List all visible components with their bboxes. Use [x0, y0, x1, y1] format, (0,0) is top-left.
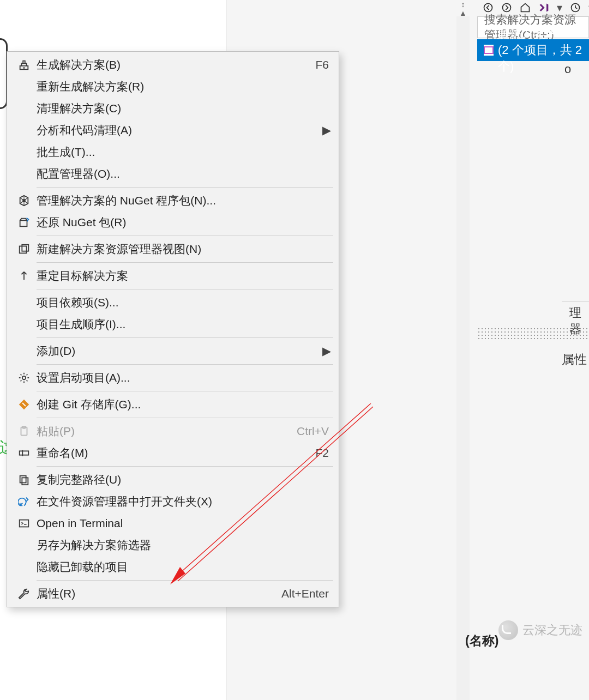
svg-point-12: [22, 376, 26, 379]
context-menu: 生成解决方案(B)F6重新生成解决方案(R)清理解决方案(C)分析和代码清理(A…: [7, 51, 339, 607]
nuget-icon: [11, 195, 37, 207]
submenu-arrow-icon: ▶: [322, 124, 329, 137]
menu-item-32[interactable]: 属性(R)Alt+Enter: [7, 583, 339, 605]
menu-item-29[interactable]: 另存为解决方案筛选器: [7, 534, 339, 556]
menu-item-label: 隐藏已卸载的项目: [37, 559, 329, 575]
menu-item-label: 添加(D): [37, 343, 322, 359]
menu-item-1[interactable]: 重新生成解决方案(R): [7, 76, 339, 98]
menu-item-5[interactable]: 配置管理器(O)...: [7, 163, 339, 185]
menu-item-label: 粘贴(P): [37, 424, 286, 439]
menu-item-4[interactable]: 批生成(T)...: [7, 141, 339, 163]
menu-item-label: 管理解决方案的 NuGet 程序包(N)...: [37, 193, 329, 208]
retarget-icon: [11, 270, 37, 282]
menu-item-label: 另存为解决方案筛选器: [37, 538, 329, 553]
svg-rect-9: [20, 220, 27, 226]
menu-item-3[interactable]: 分析和代码清理(A)▶: [7, 119, 339, 141]
menu-item-label: 还原 NuGet 包(R): [37, 215, 329, 230]
copy-icon: [11, 474, 37, 486]
menu-item-label: 重新生成解决方案(R): [37, 79, 329, 94]
svg-rect-11: [22, 245, 28, 251]
panel-divider[interactable]: [477, 327, 589, 340]
menu-separator: [37, 364, 333, 365]
build-icon: [11, 59, 37, 71]
vertical-scrollbar[interactable]: [456, 16, 470, 700]
wrench-icon: [11, 588, 37, 600]
menu-item-14[interactable]: 项目依赖项(S)...: [7, 292, 339, 313]
menu-item-12[interactable]: 重定目标解决方案: [7, 265, 339, 287]
partial-text: o: [564, 62, 571, 76]
prop-name-label: (名称): [465, 632, 498, 649]
solution-node[interactable]: 解决方案"Hello"(2 个项目，共 2 个): [477, 39, 589, 61]
menu-item-label: 分析和代码清理(A): [37, 123, 322, 138]
menu-item-0[interactable]: 生成解决方案(B)F6: [7, 54, 339, 76]
solution-title: 解决方案"Hello"(2 个项目，共 2 个): [498, 26, 589, 75]
git-icon: [11, 399, 37, 411]
menu-item-8[interactable]: 还原 NuGet 包(R): [7, 212, 339, 233]
newview-icon: [11, 243, 37, 255]
menu-separator: [37, 289, 333, 289]
panel-tabs: 理器 Git 更改: [562, 301, 589, 325]
tab-explorer[interactable]: 理器: [562, 301, 589, 325]
menu-item-27[interactable]: 在文件资源管理器中打开文件夹(X): [7, 491, 339, 512]
menu-item-label: 在文件资源管理器中打开文件夹(X): [37, 494, 329, 509]
menu-item-24[interactable]: 重命名(M)F2: [7, 442, 339, 464]
rename-icon: [11, 447, 37, 459]
menu-separator: [37, 391, 333, 391]
menu-item-shortcut: Ctrl+V: [286, 425, 329, 438]
menu-item-23: 粘贴(P)Ctrl+V: [7, 420, 339, 442]
submenu-arrow-icon: ▶: [322, 345, 329, 358]
menu-item-label: 项目生成顺序(I)...: [37, 317, 329, 332]
menu-separator: [37, 580, 333, 581]
menu-item-26[interactable]: 复制完整路径(U): [7, 469, 339, 491]
watermark-icon: [498, 620, 518, 640]
menu-item-label: 新建解决方案资源管理器视图(N): [37, 242, 329, 257]
menu-item-label: 复制完整路径(U): [37, 472, 329, 487]
menu-item-label: 批生成(T)...: [37, 144, 329, 160]
menu-separator: [37, 236, 333, 236]
menu-item-10[interactable]: 新建解决方案资源管理器视图(N): [7, 238, 339, 260]
terminal-icon: [11, 517, 37, 529]
menu-separator: [37, 262, 333, 263]
menu-item-label: 清理解决方案(C): [37, 101, 329, 116]
menu-item-shortcut: Alt+Enter: [271, 587, 329, 600]
menu-item-21[interactable]: 创建 Git 存储库(G)...: [7, 394, 339, 415]
menu-item-28[interactable]: Open in Terminal: [7, 512, 339, 534]
menu-item-17[interactable]: 添加(D)▶: [7, 340, 339, 362]
menu-separator: [37, 337, 333, 338]
menu-item-2[interactable]: 清理解决方案(C): [7, 98, 339, 119]
menu-separator: [37, 466, 333, 467]
restore-icon: [11, 216, 37, 228]
scroll-controls[interactable]: ↕ ▲: [455, 0, 471, 17]
svg-rect-20: [20, 520, 29, 527]
menu-item-label: 配置管理器(O)...: [37, 166, 329, 182]
menu-separator: [37, 418, 333, 418]
svg-rect-10: [20, 246, 27, 254]
solution-icon: [484, 45, 494, 56]
menu-item-label: 重命名(M): [37, 445, 304, 461]
menu-item-label: Open in Terminal: [37, 517, 329, 530]
menu-item-label: 创建 Git 存储库(G)...: [37, 397, 329, 412]
openfolder-icon: [11, 496, 37, 508]
menu-item-label: 设置启动项目(A)...: [37, 370, 329, 385]
watermark: 云深之无迹: [498, 620, 582, 640]
menu-item-7[interactable]: 管理解决方案的 NuGet 程序包(N)...: [7, 190, 339, 212]
scroll-split-icon[interactable]: ↕: [455, 0, 471, 9]
gear-icon: [11, 372, 37, 384]
watermark-text: 云深之无迹: [522, 622, 582, 638]
svg-rect-18: [20, 476, 26, 483]
menu-item-label: 重定目标解决方案: [37, 268, 329, 283]
properties-header: 属性: [562, 351, 587, 368]
svg-rect-19: [22, 478, 28, 485]
menu-item-shortcut: F6: [304, 58, 329, 71]
menu-item-15[interactable]: 项目生成顺序(I)...: [7, 313, 339, 335]
menu-item-shortcut: F2: [304, 446, 329, 460]
menu-item-label: 生成解决方案(B): [37, 57, 304, 73]
svg-rect-17: [20, 451, 29, 455]
menu-item-30[interactable]: 隐藏已卸载的项目: [7, 556, 339, 578]
svg-point-1: [503, 4, 511, 12]
svg-point-0: [484, 4, 492, 12]
menu-item-label: 项目依赖项(S)...: [37, 295, 329, 310]
menu-item-19[interactable]: 设置启动项目(A)...: [7, 367, 339, 389]
menu-separator: [37, 187, 333, 188]
paste-icon: [11, 425, 37, 437]
